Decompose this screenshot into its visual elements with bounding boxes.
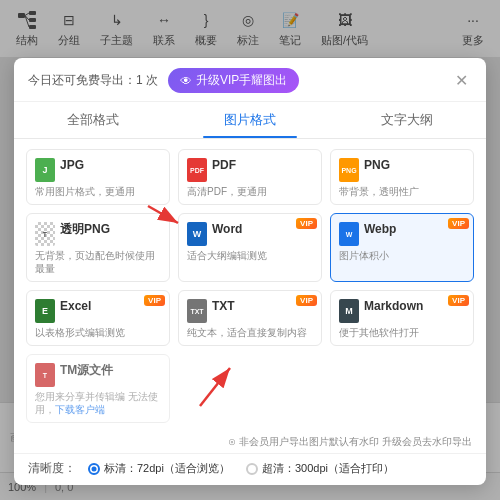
tab-all-formats[interactable]: 全部格式 (14, 102, 171, 138)
word-desc: 适合大纲编辑测览 (187, 249, 313, 262)
word-vip-badge: VIP (296, 218, 317, 229)
modal-close-button[interactable]: ✕ (451, 71, 472, 91)
excel-desc: 以表格形式编辑测览 (35, 326, 161, 339)
vip-btn-label: 升级VIP手耀图出 (196, 72, 287, 89)
jpg-icon: J (35, 158, 55, 182)
tab-image-formats[interactable]: 图片格式 (171, 102, 328, 138)
txt-icon: TXT (187, 299, 207, 323)
webp-icon: W (339, 222, 359, 246)
markdown-name: Markdown (364, 299, 423, 313)
word-icon: W (187, 222, 207, 246)
pdf-icon: PDF (187, 158, 207, 182)
format-tmfile-header: T TM源文件 (35, 363, 161, 387)
webp-desc: 图片体积小 (339, 249, 465, 262)
export-modal: 今日还可免费导出：1 次 👁 升级VIP手耀图出 ✕ 全部格式 图片格式 文字大… (14, 58, 486, 485)
markdown-desc: 便于其他软件打开 (339, 326, 465, 339)
word-name: Word (212, 222, 242, 236)
format-pdf-header: PDF PDF (187, 158, 313, 182)
markdown-icon: M (339, 299, 359, 323)
format-markdown-header: M Markdown (339, 299, 465, 323)
excel-icon: E (35, 299, 55, 323)
format-jpg-header: J JPG (35, 158, 161, 182)
resolution-high-label: 超清：300dpi（适合打印） (262, 461, 394, 476)
tmfile-desc: 您用来分享并传辑编 无法使用，下载客户端 (35, 390, 161, 416)
vip-upgrade-button[interactable]: 👁 升级VIP手耀图出 (168, 68, 299, 93)
pdf-name: PDF (212, 158, 236, 172)
resolution-section: 清晰度： 标清：72dpi（适合浏览） 超清：300dpi（适合打印） (14, 453, 486, 485)
format-transpng-header: T 透明PNG (35, 222, 161, 246)
format-png-header: PNG PNG (339, 158, 465, 182)
format-pdf[interactable]: PDF PDF 高清PDF，更通用 (178, 149, 322, 205)
format-tm-file[interactable]: T TM源文件 您用来分享并传辑编 无法使用，下载客户端 (26, 354, 170, 423)
format-transparent-png[interactable]: T 透明PNG 无背景，页边配色时候使用最量 (26, 213, 170, 282)
format-excel[interactable]: VIP E Excel 以表格形式编辑测览 (26, 290, 170, 346)
webp-name: Webp (364, 222, 396, 236)
format-excel-header: E Excel (35, 299, 161, 323)
format-markdown[interactable]: VIP M Markdown 便于其他软件打开 (330, 290, 474, 346)
resolution-standard-label: 标清：72dpi（适合浏览） (104, 461, 230, 476)
transpng-name: 透明PNG (60, 222, 110, 236)
png-desc: 带背景，透明性广 (339, 185, 465, 198)
jpg-name: JPG (60, 158, 84, 172)
format-webp[interactable]: VIP W Webp 图片体积小 (330, 213, 474, 282)
radio-high (246, 463, 258, 475)
format-txt-header: TXT TXT (187, 299, 313, 323)
markdown-vip-badge: VIP (448, 295, 469, 306)
format-word-header: W Word (187, 222, 313, 246)
radio-standard (88, 463, 100, 475)
png-icon: PNG (339, 158, 359, 182)
format-word[interactable]: VIP W Word 适合大纲编辑测览 (178, 213, 322, 282)
txt-desc: 纯文本，适合直接复制内容 (187, 326, 313, 339)
txt-vip-badge: VIP (296, 295, 317, 306)
excel-name: Excel (60, 299, 91, 313)
transpng-desc: 无背景，页边配色时候使用最量 (35, 249, 161, 275)
format-grid: J JPG 常用图片格式，更通用 PDF PDF 高清PDF，更通用 PNG P… (14, 139, 486, 433)
resolution-high[interactable]: 超清：300dpi（适合打印） (246, 461, 394, 476)
tab-text-outline[interactable]: 文字大纲 (329, 102, 486, 138)
resolution-label: 清晰度： (28, 460, 76, 477)
app-background: 结构 ⊟ 分组 ↳ 子主题 ↔ 联系 } 概要 ◎ 标注 📝 笔记 🖼 贴图/代… (0, 0, 500, 500)
pdf-desc: 高清PDF，更通用 (187, 185, 313, 198)
modal-tabs: 全部格式 图片格式 文字大纲 (14, 102, 486, 139)
png-name: PNG (364, 158, 390, 172)
transpng-icon: T (35, 222, 55, 246)
tmfile-name: TM源文件 (60, 363, 113, 377)
webp-vip-badge: VIP (448, 218, 469, 229)
note-text: ⊙ 非会员用户导出图片默认有水印 升级会员去水印导出 (14, 433, 486, 453)
resolution-options: 标清：72dpi（适合浏览） 超清：300dpi（适合打印） (88, 461, 394, 476)
modal-header: 今日还可免费导出：1 次 👁 升级VIP手耀图出 ✕ (14, 58, 486, 102)
resolution-standard[interactable]: 标清：72dpi（适合浏览） (88, 461, 230, 476)
download-client-link[interactable]: 下载客户端 (55, 404, 105, 415)
txt-name: TXT (212, 299, 235, 313)
jpg-desc: 常用图片格式，更通用 (35, 185, 161, 198)
format-png[interactable]: PNG PNG 带背景，透明性广 (330, 149, 474, 205)
format-webp-header: W Webp (339, 222, 465, 246)
format-txt[interactable]: VIP TXT TXT 纯文本，适合直接复制内容 (178, 290, 322, 346)
free-export-text: 今日还可免费导出：1 次 (28, 72, 158, 89)
tmfile-icon: T (35, 363, 55, 387)
excel-vip-badge: VIP (144, 295, 165, 306)
format-jpg[interactable]: J JPG 常用图片格式，更通用 (26, 149, 170, 205)
vip-btn-icon: 👁 (180, 74, 192, 88)
